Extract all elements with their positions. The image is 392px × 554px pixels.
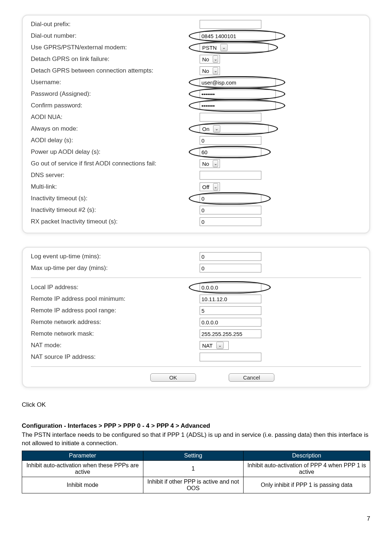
table-cell: 1 — [143, 460, 243, 477]
table-header: Parameter — [22, 451, 143, 460]
form-row: NAT source IP address: — [31, 351, 361, 363]
field-label: Dial-out prefix: — [31, 20, 196, 29]
text-input[interactable] — [200, 329, 261, 338]
field-label: Go out of service if first AODI connecti… — [31, 159, 196, 168]
text-input[interactable] — [200, 148, 261, 156]
select-field[interactable]: Off⌄ — [200, 182, 220, 191]
form-row: Go out of service if first AODI connecti… — [31, 158, 361, 169]
text-input[interactable] — [200, 78, 276, 87]
text-input[interactable] — [200, 353, 261, 361]
field-label: NAT mode: — [31, 341, 196, 350]
field-label: AODI delay (s): — [31, 136, 196, 145]
select-field[interactable]: On⌄ — [200, 124, 269, 133]
field-label: Detach GPRS between connection attempts: — [31, 66, 196, 75]
field-label: Use GPRS/PSTN/external modem: — [31, 43, 196, 52]
field-label: Remote IP address pool minimum: — [31, 294, 196, 304]
field-label: Dial-out number: — [31, 31, 196, 41]
form-row: Dial-out prefix: — [31, 19, 361, 30]
table-cell: Inhibit mode — [22, 477, 143, 493]
form-row: Remote network address: — [31, 316, 361, 328]
field-label: Detach GPRS on link failure: — [31, 54, 196, 64]
select-field[interactable]: No⌄ — [200, 159, 220, 168]
text-input[interactable] — [200, 252, 261, 261]
chevron-down-icon[interactable]: ⌄ — [213, 56, 218, 63]
table-row: Inhibit modeInhibit if other PPP is acti… — [22, 477, 370, 493]
field-label: Confirm password: — [31, 101, 196, 110]
chevron-down-icon[interactable]: ⌄ — [213, 183, 218, 190]
form-row: Confirm password: — [31, 100, 361, 111]
form-row: Remote IP address pool range: — [31, 305, 361, 316]
form-row: AODI NUA: — [31, 111, 361, 123]
select-field[interactable]: No⌄ — [200, 66, 220, 75]
form-row: Max up-time per day (mins): — [31, 262, 361, 274]
field-label: Multi-link: — [31, 182, 196, 192]
chevron-down-icon[interactable]: ⌄ — [220, 44, 228, 51]
text-input[interactable] — [200, 171, 261, 180]
form-row: DNS server: — [31, 169, 361, 181]
text-input[interactable] — [200, 206, 261, 214]
form-row: Detach GPRS on link failure:No⌄ — [31, 53, 361, 65]
table-row: Inhibit auto-activation when these PPPs … — [22, 460, 370, 477]
select-value: PSTN — [202, 45, 217, 51]
field-label: Remote IP address pool range: — [31, 306, 196, 315]
page-number: 7 — [22, 515, 370, 522]
text-input[interactable] — [200, 264, 261, 272]
form-row: Remote IP address pool minimum: — [31, 293, 361, 305]
form-row: Inactivity timeout #2 (s): — [31, 204, 361, 216]
ok-button[interactable]: OK — [150, 373, 196, 382]
config-panel-2: Log event up-time (mins):Max up-time per… — [22, 247, 370, 388]
field-label: Log event up-time (mins): — [31, 252, 196, 261]
text-input[interactable] — [200, 283, 261, 292]
field-label: RX packet Inactivity timeout (s): — [31, 217, 196, 226]
form-row: Detach GPRS between connection attempts:… — [31, 65, 361, 77]
field-label: DNS server: — [31, 171, 196, 180]
field-label: NAT source IP address: — [31, 352, 196, 362]
text-input[interactable] — [200, 217, 261, 226]
select-value: NAT — [202, 342, 213, 349]
form-row: Remote network mask: — [31, 328, 361, 340]
form-row: Password (Assigned): — [31, 88, 361, 100]
form-row: AODI delay (s): — [31, 135, 361, 146]
table-cell: Inhibit auto-activation when these PPPs … — [22, 460, 143, 477]
cancel-button[interactable]: Cancel — [229, 373, 274, 382]
text-input[interactable] — [200, 101, 276, 110]
chevron-down-icon[interactable]: ⌄ — [216, 342, 224, 349]
field-label: Max up-time per day (mins): — [31, 263, 196, 273]
field-label: Always on mode: — [31, 124, 196, 134]
field-label: Remote network mask: — [31, 329, 196, 338]
text-input[interactable] — [200, 194, 261, 203]
field-label: Power up AODI delay (s): — [31, 147, 196, 157]
chevron-down-icon[interactable]: ⌄ — [213, 67, 218, 74]
field-label: Inactivity timeout (s): — [31, 194, 196, 203]
field-label: Local IP address: — [31, 283, 196, 292]
select-field[interactable]: No⌄ — [200, 55, 220, 63]
form-row: RX packet Inactivity timeout (s): — [31, 216, 361, 227]
table-header: Description — [243, 451, 370, 460]
form-row: Always on mode:On⌄ — [31, 123, 361, 135]
select-value: No — [202, 68, 209, 74]
table-cell: Only inhibit if PPP 1 is passing data — [243, 477, 370, 493]
field-label: Inactivity timeout #2 (s): — [31, 205, 196, 215]
config-panel-1: Dial-out prefix:Dial-out number:Use GPRS… — [22, 15, 370, 234]
section-heading: Configuration - Interfaces > PPP > PPP 0… — [22, 422, 370, 430]
text-input[interactable] — [200, 306, 261, 315]
table-header: Setting — [143, 451, 243, 460]
field-label: AODI NUA: — [31, 112, 196, 122]
text-input[interactable] — [200, 113, 261, 122]
text-input[interactable] — [200, 20, 261, 29]
select-value: Off — [202, 184, 209, 190]
chevron-down-icon[interactable]: ⌄ — [213, 125, 220, 132]
text-input[interactable] — [200, 136, 261, 145]
form-row: Dial-out number: — [31, 30, 361, 42]
select-field[interactable]: NAT⌄ — [200, 341, 229, 350]
chevron-down-icon[interactable]: ⌄ — [213, 160, 218, 167]
text-input[interactable] — [200, 295, 261, 303]
text-input[interactable] — [200, 32, 276, 40]
text-input[interactable] — [200, 318, 261, 327]
form-row: Inactivity timeout (s): — [31, 193, 361, 204]
select-value: On — [202, 126, 209, 132]
field-label: Password (Assigned): — [31, 89, 196, 99]
text-input[interactable] — [200, 90, 276, 98]
form-row: Use GPRS/PSTN/external modem:PSTN⌄ — [31, 42, 361, 53]
select-field[interactable]: PSTN⌄ — [200, 43, 269, 52]
